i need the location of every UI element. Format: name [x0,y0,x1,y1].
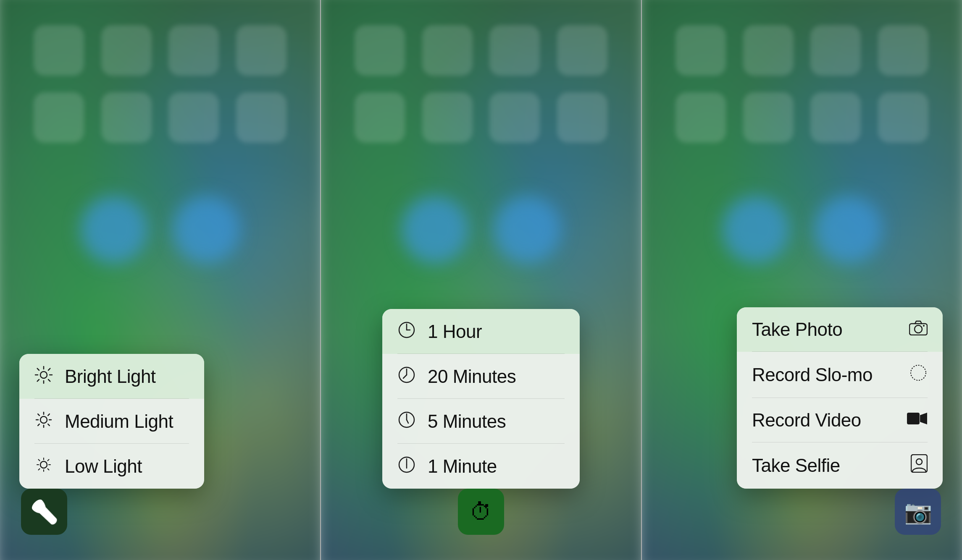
1-minute-label: 1 Minute [428,456,497,477]
svg-line-8 [37,379,39,381]
take-photo-label: Take Photo [752,319,842,340]
20-minutes-label: 20 Minutes [428,366,516,387]
bright-light-label: Bright Light [65,366,156,387]
blurred-circle [815,196,882,263]
app-icon [489,92,540,143]
low-light-icon [34,455,53,477]
timer-icon: ⏱ [470,499,492,525]
svg-point-40 [915,325,922,333]
app-icons-grid [642,0,962,143]
low-light-item[interactable]: Low Light [19,444,204,489]
5-minutes-item[interactable]: 5 Minutes [382,399,580,444]
svg-line-23 [39,460,40,461]
selfie-icon [911,454,928,477]
app-icon [676,92,726,143]
blurred-decorations [80,196,240,263]
app-icon [168,92,219,143]
svg-line-6 [48,379,50,381]
svg-line-25 [48,460,49,461]
camera-bottom-icon: 📷 [904,499,932,525]
take-selfie-label: Take Selfie [752,455,840,476]
record-slomo-label: Record Slo-mo [752,364,873,385]
svg-line-16 [48,414,50,416]
record-video-item[interactable]: Record Video [737,398,943,442]
blurred-circle [173,196,240,263]
timer-context-menu: 1 Hour 20 Minutes 5 Minutes [382,309,580,489]
record-video-label: Record Video [752,410,861,431]
app-icon [168,25,219,76]
1-minute-item[interactable]: 1 Minute [382,444,580,489]
blurred-circle [494,196,561,263]
app-icon [878,92,928,143]
svg-marker-44 [920,413,927,424]
blurred-circle [401,196,468,263]
app-icon [236,25,286,76]
flashlight-panel: Bright Light Medium Light [0,0,320,560]
take-photo-item[interactable]: Take Photo [737,307,943,352]
low-light-label: Low Light [65,456,142,477]
svg-point-46 [916,459,922,465]
camera-dock-icon[interactable]: 📷 [895,489,941,535]
app-icon [236,92,286,143]
svg-line-35 [407,420,408,423]
medium-light-label: Medium Light [65,411,173,432]
app-icons-grid [0,0,320,143]
medium-light-item[interactable]: Medium Light [19,399,204,444]
svg-line-32 [403,375,407,378]
app-icon [101,92,152,143]
clock-1min-icon [397,455,416,477]
app-icon [810,92,861,143]
slomo-icon [909,364,928,386]
camera-icon [909,319,928,340]
take-selfie-item[interactable]: Take Selfie [737,442,943,489]
app-icons-grid [321,0,641,143]
svg-point-9 [40,416,47,423]
svg-point-0 [40,372,47,378]
20-minutes-item[interactable]: 20 Minutes [382,354,580,399]
record-slomo-item[interactable]: Record Slo-mo [737,352,943,398]
clock-1hour-icon [397,321,416,342]
bright-light-icon [34,366,53,387]
app-icon [34,92,84,143]
camera-context-menu: Take Photo Record Slo-mo Record Video [737,307,943,489]
video-icon [907,410,928,430]
app-icon [101,25,152,76]
app-icon [557,92,607,143]
svg-point-41 [923,325,925,327]
blurred-circle [80,196,147,263]
app-icon [422,92,473,143]
svg-point-18 [40,461,47,468]
flashlight-dock-icon[interactable]: 🔦 [21,489,67,535]
svg-line-24 [48,469,49,470]
camera-panel: Take Photo Record Slo-mo Record Video [641,0,962,560]
svg-line-14 [38,414,39,416]
app-icon [34,25,84,76]
app-icon [810,25,861,76]
medium-light-icon [34,411,53,432]
blurred-decorations [401,196,561,263]
timer-dock-icon[interactable]: ⏱ [458,489,504,535]
timer-panel: 1 Hour 20 Minutes 5 Minutes [320,0,641,560]
app-icon [743,92,794,143]
app-icon [878,25,928,76]
svg-line-17 [38,424,39,426]
blurred-circle [722,196,789,263]
app-icon [676,25,726,76]
blurred-decorations [722,196,882,263]
svg-point-42 [911,365,926,380]
1-hour-label: 1 Hour [428,321,482,342]
svg-line-5 [37,369,39,370]
clock-20min-icon [397,366,416,387]
app-icon [489,25,540,76]
bright-light-item[interactable]: Bright Light [19,354,204,399]
svg-line-7 [48,369,50,370]
flashlight-icon: 🔦 [30,499,58,525]
app-icon [355,92,405,143]
app-icon [355,25,405,76]
app-icon [557,25,607,76]
svg-rect-43 [907,413,920,424]
clock-5min-icon [397,411,416,432]
1-hour-item[interactable]: 1 Hour [382,309,580,354]
flashlight-context-menu: Bright Light Medium Light [19,354,204,489]
svg-line-26 [39,469,40,470]
